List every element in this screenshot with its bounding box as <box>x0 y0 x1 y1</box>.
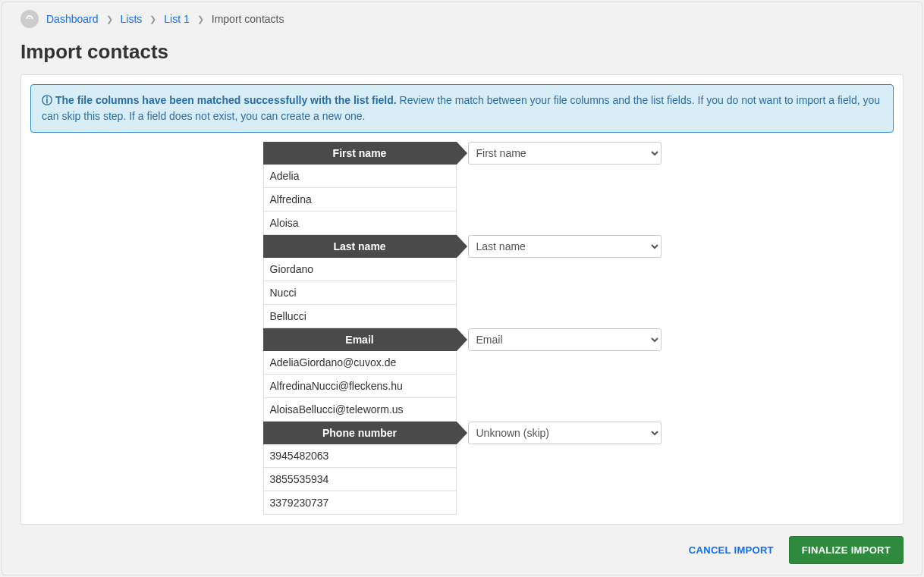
column-group: First nameAdeliaAlfredinaAloisaFirst nam… <box>263 142 662 235</box>
chevron-right-icon: ❯ <box>197 14 204 24</box>
info-alert: The file columns have been matched succe… <box>30 84 894 133</box>
column-group: Last nameGiordanoNucciBellucciFirst name… <box>263 235 662 328</box>
breadcrumb: Dashboard ❯ Lists ❯ List 1 ❯ Import cont… <box>2 2 922 36</box>
alert-strong: The file columns have been matched succe… <box>55 94 397 106</box>
breadcrumb-current: Import contacts <box>212 13 284 25</box>
column-field-select-wrap: First nameLast nameEmailUnknown (skip) <box>468 328 662 351</box>
field-mapping-select[interactable]: First nameLast nameEmailUnknown (skip) <box>468 142 662 165</box>
column-sample-value: 3379230737 <box>263 491 457 515</box>
column-header: Phone number <box>263 422 457 444</box>
chevron-right-icon: ❯ <box>149 14 156 24</box>
column-sample-value: Aloisa <box>263 212 457 235</box>
dashboard-icon[interactable] <box>20 10 39 28</box>
breadcrumb-list1[interactable]: List 1 <box>164 13 189 25</box>
column-sample-value: 3945482063 <box>263 444 457 468</box>
column-field-select-wrap: First nameLast nameEmailUnknown (skip) <box>468 142 662 165</box>
breadcrumb-dashboard[interactable]: Dashboard <box>46 13 99 25</box>
column-group: EmailAdeliaGiordano@cuvox.deAlfredinaNuc… <box>263 328 662 422</box>
column-group: Phone number3945482063385553593433792307… <box>263 422 662 515</box>
column-header: Email <box>263 328 457 351</box>
column-preview: Last nameGiordanoNucciBellucci <box>263 235 457 328</box>
chevron-right-icon: ❯ <box>106 14 113 24</box>
column-field-select-wrap: First nameLast nameEmailUnknown (skip) <box>468 422 662 444</box>
column-sample-value: Alfredina <box>263 188 457 212</box>
column-preview: Phone number3945482063385553593433792307… <box>263 422 457 515</box>
footer-actions: CANCEL IMPORT FINALIZE IMPORT <box>684 536 904 564</box>
column-sample-value: Adelia <box>263 165 457 188</box>
page-title: Import contacts <box>2 36 922 74</box>
column-sample-value: AdeliaGiordano@cuvox.de <box>263 351 457 375</box>
finalize-import-button[interactable]: FINALIZE IMPORT <box>789 536 904 564</box>
column-sample-value: AloisaBellucci@teleworm.us <box>263 398 457 422</box>
field-mapping-select[interactable]: First nameLast nameEmailUnknown (skip) <box>468 328 662 351</box>
column-preview: EmailAdeliaGiordano@cuvox.deAlfredinaNuc… <box>263 328 457 422</box>
breadcrumb-lists[interactable]: Lists <box>121 13 143 25</box>
field-mapping-select[interactable]: First nameLast nameEmailUnknown (skip) <box>468 422 662 444</box>
column-header: First name <box>263 142 457 165</box>
main-panel: The file columns have been matched succe… <box>20 74 904 525</box>
column-sample-value: Nucci <box>263 281 457 305</box>
info-icon <box>42 94 55 106</box>
column-preview: First nameAdeliaAlfredinaAloisa <box>263 142 457 235</box>
column-sample-value: AlfredinaNucci@fleckens.hu <box>263 375 457 398</box>
column-field-select-wrap: First nameLast nameEmailUnknown (skip) <box>468 235 662 258</box>
column-sample-value: Bellucci <box>263 305 457 328</box>
field-mapping-select[interactable]: First nameLast nameEmailUnknown (skip) <box>468 235 662 258</box>
cancel-import-button[interactable]: CANCEL IMPORT <box>684 544 778 557</box>
column-header: Last name <box>263 235 457 258</box>
column-match-area: First nameAdeliaAlfredinaAloisaFirst nam… <box>30 142 894 515</box>
column-sample-value: Giordano <box>263 258 457 281</box>
column-sample-value: 3855535934 <box>263 468 457 491</box>
